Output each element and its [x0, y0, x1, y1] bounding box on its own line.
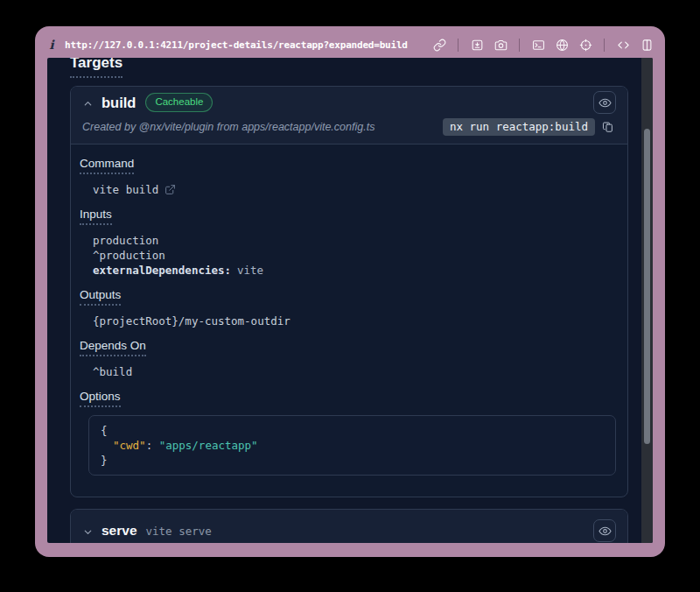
toolbar-separator [458, 39, 458, 52]
import-button[interactable] [469, 37, 485, 53]
options-json-block: {"cwd": "apps/reactapp"} [88, 415, 616, 476]
split-view-button[interactable] [639, 37, 654, 53]
terminal-button[interactable] [530, 37, 546, 53]
link-button[interactable] [431, 37, 447, 53]
build-target-header[interactable]: build Cacheable Created by @nx/vite/plug… [71, 87, 627, 144]
toolbar-separator [519, 39, 520, 52]
json-open-brace: { [101, 423, 604, 438]
source-button[interactable] [615, 37, 631, 53]
copy-icon [602, 120, 614, 134]
chevron-up-icon [82, 97, 94, 109]
page-viewport: Targets build Cacheable Created by @nx/v… [47, 58, 653, 543]
target-card-serve: serve vite serve [70, 509, 628, 543]
screenshot-button[interactable] [493, 37, 508, 53]
build-target-details: Command vite build Inputs production ^pr… [71, 144, 627, 497]
locate-button[interactable] [578, 37, 593, 53]
copy-command-button[interactable] [602, 119, 616, 135]
eye-icon [598, 525, 612, 538]
info-icon: i [46, 38, 57, 52]
browser-toolbar: i http://127.0.0.1:4211/project-details/… [35, 26, 665, 60]
toolbar-icons [431, 37, 654, 53]
created-by-text: Created by @nx/vite/plugin from apps/rea… [82, 121, 374, 133]
web-button[interactable] [554, 37, 570, 53]
eye-icon [598, 96, 612, 109]
input-item: production [93, 233, 616, 248]
crosshair-icon [579, 39, 592, 52]
command-link[interactable]: vite build [93, 182, 176, 197]
serve-target-header[interactable]: serve vite serve [71, 510, 627, 543]
download-box-icon [471, 39, 484, 52]
project-details-content: Targets build Cacheable Created by @nx/v… [47, 58, 641, 543]
view-graph-button-build[interactable] [593, 91, 616, 114]
depends-on-section-label: Depends On [80, 339, 616, 356]
run-command-chip: nx run reactapp:build [443, 118, 595, 137]
toolbar-separator [604, 39, 605, 52]
command-section-label: Command [80, 157, 616, 174]
split-view-icon [640, 39, 654, 52]
target-name: build [102, 95, 136, 111]
terminal-icon [532, 39, 545, 52]
scrollbar-thumb[interactable] [644, 129, 650, 444]
json-close-brace: } [101, 453, 604, 468]
scrollbar[interactable] [641, 58, 653, 543]
link-icon [433, 39, 446, 52]
outputs-section-label: Outputs [80, 288, 616, 306]
page-title: Targets [70, 58, 628, 78]
inputs-section-label: Inputs [80, 208, 616, 225]
command-value: vite build [93, 182, 158, 197]
depends-on-item: ^build [93, 364, 616, 379]
target-name: serve [102, 523, 137, 539]
input-item: externalDependencies:vite [93, 263, 616, 278]
globe-icon [556, 39, 569, 52]
target-card-build: build Cacheable Created by @nx/vite/plug… [70, 86, 628, 497]
url-text: http://127.0.0.1:4211/project-details/re… [65, 39, 424, 51]
browser-window: i http://127.0.0.1:4211/project-details/… [35, 26, 665, 557]
camera-icon [494, 39, 508, 52]
json-cwd-line: "cwd": "apps/reactapp" [101, 438, 604, 453]
view-graph-button-serve[interactable] [593, 519, 616, 542]
cacheable-badge: Cacheable [145, 93, 213, 112]
serve-command-text: vite serve [146, 525, 212, 538]
code-icon [617, 39, 630, 52]
input-item: ^production [93, 248, 616, 263]
chevron-down-icon [82, 525, 94, 537]
external-link-icon [164, 184, 176, 195]
output-item: {projectRoot}/my-custom-outdir [93, 314, 616, 328]
options-section-label: Options [80, 390, 616, 407]
